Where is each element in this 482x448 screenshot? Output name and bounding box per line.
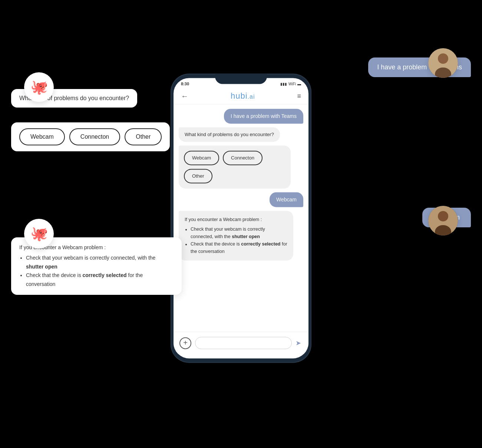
user-avatar-2-img: [428, 206, 458, 235]
input-bar: + ➤: [174, 332, 308, 354]
ext-webcam-info-item-2: Check that the device is correctly selec…: [26, 271, 174, 289]
ext-bold-selected: correctly selected: [83, 272, 127, 278]
message-input[interactable]: [195, 337, 292, 349]
logo-suffix: .ai: [248, 93, 255, 100]
menu-button[interactable]: ≡: [297, 92, 301, 100]
svg-point-4: [438, 211, 448, 221]
ext-bold-shutter: shutter open: [26, 264, 57, 270]
status-time: 8:30: [181, 82, 189, 86]
bold-selected: correctly selected: [241, 241, 280, 247]
status-icons: ▮▮▮ WiFi ▬: [280, 82, 301, 86]
phone-notch: [215, 73, 267, 84]
octopus-icon-1: 🐙: [30, 79, 48, 95]
bot-avatar-2: 🐙: [24, 219, 54, 248]
ext-options-group: Webcam Connecton Other: [11, 122, 170, 151]
ext-option-connection[interactable]: Connecton: [69, 128, 120, 145]
user-avatar-2: [428, 206, 458, 235]
logo-text: hubi: [231, 91, 248, 101]
plus-icon: +: [183, 339, 188, 347]
webcam-info-item-2: Check that the device is correctly selec…: [191, 240, 287, 255]
option-connection[interactable]: Connecton: [223, 151, 263, 165]
ext-webcam-info-item-1: Check that your webcam is correctly conn…: [26, 254, 174, 271]
user-avatar-1-img: [428, 48, 458, 78]
webcam-info-title: If you encounter a Webcam problem :: [185, 217, 262, 222]
back-button[interactable]: ←: [181, 92, 188, 101]
option-webcam[interactable]: Webcam: [184, 151, 219, 165]
options-group: Webcam Connecton Other: [179, 145, 291, 188]
octopus-icon-2: 🐙: [30, 225, 48, 242]
phone-screen: 8:30 ▮▮▮ WiFi ▬ ← hubi.ai ≡ I have a pro…: [174, 78, 308, 358]
user-avatar-1: [428, 48, 458, 78]
user-message-2: Webcam: [270, 192, 303, 207]
ext-option-webcam[interactable]: Webcam: [19, 128, 65, 145]
bot-avatar-1: 🐙: [24, 72, 54, 102]
wifi-icon: WiFi: [288, 82, 296, 86]
phone-shell: 8:30 ▮▮▮ WiFi ▬ ← hubi.ai ≡ I have a pro…: [171, 73, 311, 363]
bot-message-1: What kind of problems do you encounter?: [179, 127, 280, 142]
svg-point-1: [438, 53, 448, 64]
webcam-info-item-1: Check that your webcam is correctly conn…: [191, 225, 287, 240]
ext-webcam-info-list: Check that your webcam is correctly conn…: [19, 254, 174, 289]
ext-option-other[interactable]: Other: [125, 128, 162, 145]
user-message-1: I have a problem with Teams: [224, 109, 303, 123]
add-button[interactable]: +: [179, 337, 191, 349]
bot-message-2: If you encounter a Webcam problem : Chec…: [179, 211, 293, 260]
app-logo: hubi.ai: [231, 91, 255, 101]
send-button[interactable]: ➤: [296, 339, 301, 347]
chat-area: I have a problem with Teams What kind of…: [174, 104, 308, 336]
app-header: ← hubi.ai ≡: [174, 88, 308, 104]
option-other[interactable]: Other: [184, 169, 212, 183]
scene: 8:30 ▮▮▮ WiFi ▬ ← hubi.ai ≡ I have a pro…: [0, 0, 482, 448]
webcam-info-list: Check that your webcam is correctly conn…: [185, 225, 287, 255]
battery-icon: ▬: [297, 82, 301, 86]
signal-icon: ▮▮▮: [280, 82, 287, 86]
bold-shutter: shutter open: [232, 234, 260, 239]
